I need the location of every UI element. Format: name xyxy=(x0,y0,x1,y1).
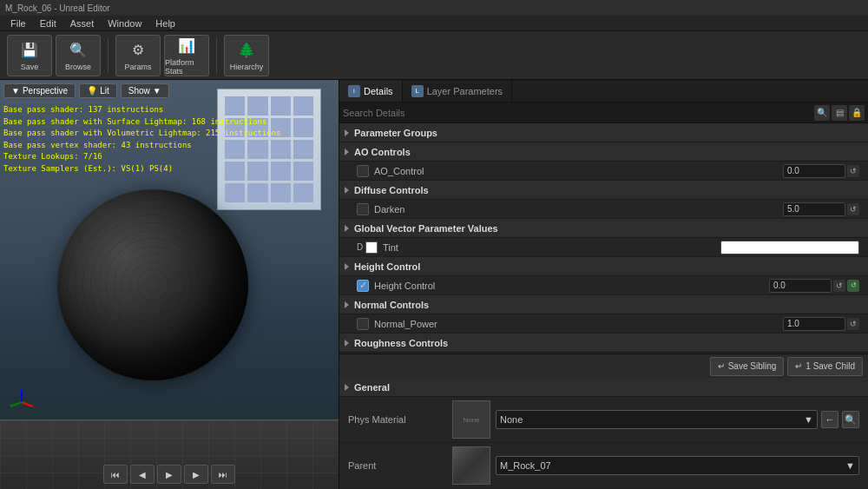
show-button[interactable]: Show ▼ xyxy=(121,83,169,98)
search-button[interactable]: 🔍 xyxy=(814,105,830,121)
stat-line-4: Base pass vertex shader: 43 instructions xyxy=(3,140,281,152)
roughness-triangle xyxy=(345,340,349,347)
svg-text:Z: Z xyxy=(20,389,24,391)
tab-layer-parameters[interactable]: L Layer Parameters xyxy=(403,80,512,102)
parameter-groups-header[interactable]: Parameter Groups xyxy=(339,123,868,142)
skip-end-button[interactable]: ⏭ xyxy=(211,465,235,484)
tab-details[interactable]: i Details xyxy=(339,80,403,102)
diffuse-controls-title: Diffuse Controls xyxy=(354,185,429,195)
darken-row: Darken ↺ xyxy=(339,200,868,219)
ao-controls-header[interactable]: AO Controls xyxy=(339,142,868,162)
height-control-name: Height Control xyxy=(374,281,769,291)
viewport[interactable]: ▼ Perspective 💡 Lit Show ▼ Base pass sha… xyxy=(0,80,339,489)
darken-checkbox[interactable] xyxy=(357,203,369,215)
tint-input[interactable] xyxy=(720,241,859,254)
platform-stats-button[interactable]: 📊 Platform Stats xyxy=(164,35,209,76)
params-label: Params xyxy=(124,63,151,71)
darken-reset[interactable]: ↺ xyxy=(847,203,859,215)
search-details-input[interactable] xyxy=(343,108,814,118)
hierarchy-button[interactable]: 🌲 Hierarchy xyxy=(224,35,269,76)
roughness-controls-header[interactable]: Roughness Controls xyxy=(339,334,868,353)
prev-frame-button[interactable]: ◀ xyxy=(130,465,155,484)
toolbar-separator-1 xyxy=(108,38,108,73)
platform-stats-label: Platform Stats xyxy=(165,58,208,76)
details-tab-label: Details xyxy=(364,86,393,96)
viewport-controls: ▼ Perspective 💡 Lit Show ▼ xyxy=(3,83,169,98)
normal-power-input[interactable] xyxy=(783,317,845,331)
phys-material-label: Phys Material xyxy=(348,414,452,425)
phys-material-dropdown-value: None xyxy=(500,414,523,425)
play-button[interactable]: ▶ xyxy=(157,465,181,484)
global-vector-header[interactable]: Global Vector Parameter Values xyxy=(339,219,868,238)
parent-label: Parent xyxy=(348,460,452,471)
svg-text:Y: Y xyxy=(9,403,13,409)
playback-controls: ⏮ ◀ ▶ ▶ ⏭ xyxy=(103,465,235,484)
menu-asset[interactable]: Asset xyxy=(63,16,102,30)
search-icons: 🔍 ▤ 🔒 xyxy=(814,105,865,121)
lit-button[interactable]: 💡 Lit xyxy=(79,83,117,98)
phys-material-navigate-button[interactable]: ← xyxy=(821,411,838,428)
save-sibling-button[interactable]: ↵ Save Sibling xyxy=(710,357,785,376)
svg-line-1 xyxy=(22,402,33,406)
ao-control-checkbox[interactable] xyxy=(357,165,369,177)
phys-material-row: Phys Material None None ▼ ← 🔍 xyxy=(339,397,868,443)
ao-control-reset[interactable]: ↺ xyxy=(847,165,859,177)
normal-triangle xyxy=(345,301,349,308)
parent-dropdown-value: M_Rock_07 xyxy=(500,460,551,471)
menu-edit[interactable]: Edit xyxy=(33,16,63,30)
save-button[interactable]: 💾 Save xyxy=(7,35,52,76)
lit-icon: 💡 xyxy=(87,86,97,96)
axes-svg: X Z Y xyxy=(9,389,35,415)
normal-controls-header[interactable]: Normal Controls xyxy=(339,295,868,314)
save-child-button[interactable]: ↵ 1 Save Child xyxy=(787,357,863,376)
phys-material-dropdown[interactable]: None ▼ xyxy=(496,410,818,429)
phys-material-selector: None ▼ ← 🔍 xyxy=(496,410,859,429)
menu-file[interactable]: File xyxy=(3,16,33,30)
height-control-input[interactable] xyxy=(769,279,832,293)
save-icon: 💾 xyxy=(19,40,40,61)
darken-input[interactable] xyxy=(783,202,845,216)
height-control-green-reset[interactable]: ↺ xyxy=(847,280,859,292)
height-control-checkbox[interactable]: ✓ xyxy=(357,280,369,292)
view-options-button[interactable]: ▤ xyxy=(832,105,847,121)
ao-control-name: AO_Control xyxy=(374,166,783,176)
phys-material-none-label: None xyxy=(463,416,479,424)
phys-material-search-button[interactable]: 🔍 xyxy=(842,411,859,428)
save-sibling-label: Save Sibling xyxy=(728,361,777,371)
tint-color-swatch[interactable] xyxy=(365,241,378,254)
lock-button[interactable]: 🔒 xyxy=(849,105,865,121)
general-triangle xyxy=(345,384,349,391)
diffuse-controls-header[interactable]: Diffuse Controls xyxy=(339,181,868,200)
params-button[interactable]: ⚙ Params xyxy=(115,35,161,76)
ao-control-value-area: ↺ xyxy=(783,164,859,178)
height-control-row: ✓ Height Control ↺ ↺ xyxy=(339,276,868,295)
skip-start-button[interactable]: ⏮ xyxy=(103,465,128,484)
general-header[interactable]: General xyxy=(339,378,868,397)
tint-row: D Tint xyxy=(339,238,868,257)
browse-button[interactable]: 🔍 Browse xyxy=(56,35,101,76)
svg-text:X: X xyxy=(34,403,35,409)
height-control-reset[interactable]: ↺ xyxy=(833,280,845,292)
hierarchy-label: Hierarchy xyxy=(230,63,264,71)
perspective-button[interactable]: ▼ Perspective xyxy=(3,83,76,98)
params-container[interactable]: AO Controls AO_Control ↺ Diffuse Control… xyxy=(339,142,868,354)
phys-material-thumbnail: None xyxy=(452,400,490,439)
stat-line-2: Base pass shader with Surface Lightmap: … xyxy=(3,116,281,129)
tint-value-area xyxy=(720,241,859,254)
normal-controls-title: Normal Controls xyxy=(354,300,429,310)
height-control-header[interactable]: Height Control xyxy=(339,257,868,276)
normal-power-checkbox[interactable] xyxy=(357,318,369,330)
hierarchy-icon: 🌲 xyxy=(236,40,257,61)
next-frame-button[interactable]: ▶ xyxy=(184,465,208,484)
parent-dropdown[interactable]: M_Rock_07 ▼ xyxy=(496,456,859,475)
menu-window[interactable]: Window xyxy=(101,16,148,30)
global-vector-triangle xyxy=(345,225,349,232)
menu-bar: File Edit Asset Window Help xyxy=(0,16,868,31)
ao-control-input[interactable] xyxy=(783,164,845,178)
normal-power-reset[interactable]: ↺ xyxy=(847,318,859,330)
toolbar-separator-2 xyxy=(216,38,217,73)
save-label: Save xyxy=(21,63,39,71)
ao-control-row: AO_Control ↺ xyxy=(339,162,868,181)
menu-help[interactable]: Help xyxy=(148,16,182,30)
title-text: M_Rock_06 - Unreal Editor xyxy=(5,3,110,13)
